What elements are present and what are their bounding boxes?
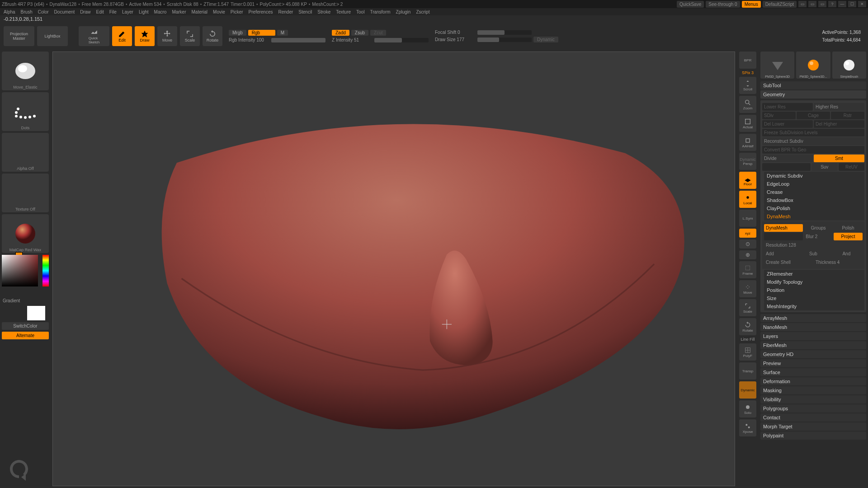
thickness-slider[interactable]: Thickness 4 bbox=[814, 258, 863, 266]
menu-material[interactable]: Material bbox=[190, 9, 210, 14]
alpha-thumb[interactable]: Alpha Off bbox=[2, 133, 49, 172]
convert-bpr-button[interactable]: Convert BPR To Geo bbox=[762, 146, 864, 154]
draw-button[interactable]: Draw bbox=[135, 26, 155, 46]
masking-section[interactable]: Masking bbox=[760, 386, 866, 394]
higher-res-button[interactable]: Higher Res bbox=[814, 103, 864, 111]
dynamesh-button[interactable]: DynaMesh bbox=[764, 224, 803, 232]
projection-master-button[interactable]: Projection Master bbox=[4, 26, 34, 46]
aahalf-button[interactable]: AAHalf bbox=[739, 134, 756, 151]
material-thumb[interactable]: MatCap Red Wax bbox=[2, 214, 49, 253]
zremesher-section[interactable]: ZRemesher bbox=[764, 270, 864, 278]
floor-button[interactable]: Floor bbox=[739, 172, 756, 189]
texture-thumb[interactable]: Texture Off bbox=[2, 174, 49, 212]
polyf-button[interactable]: PolyF bbox=[739, 343, 756, 361]
maximize-icon[interactable]: ☐ bbox=[848, 1, 856, 7]
resolution-slider[interactable]: Resolution 128 bbox=[764, 241, 863, 249]
local-button[interactable]: Local bbox=[739, 191, 756, 208]
stroke-thumb[interactable]: Dots bbox=[2, 92, 49, 131]
seethrough-slider[interactable]: See-through 0 bbox=[706, 1, 740, 8]
rstr-button[interactable]: Rstr bbox=[831, 112, 864, 119]
xpose-button[interactable]: Xpose bbox=[739, 419, 756, 436]
quicksketch-button[interactable]: Quick Sketch bbox=[79, 26, 109, 46]
lsym-button[interactable]: L.Sym bbox=[739, 210, 756, 227]
sub-button[interactable]: Sub bbox=[797, 250, 829, 258]
contact-section[interactable]: Contact bbox=[760, 413, 866, 422]
menu-brush[interactable]: Brush bbox=[19, 9, 34, 14]
menu-texture[interactable]: Texture bbox=[334, 9, 353, 14]
zadd-button[interactable]: Zadd bbox=[332, 30, 349, 36]
menu-layer[interactable]: Layer bbox=[120, 9, 135, 14]
menu-zscript[interactable]: Zscript bbox=[414, 9, 431, 14]
quicksave-button[interactable]: QuickSave bbox=[677, 1, 704, 8]
zcut-button[interactable]: Zcut bbox=[370, 30, 386, 36]
menu-alpha[interactable]: Alpha bbox=[2, 9, 17, 14]
menu-light[interactable]: Light bbox=[137, 9, 151, 14]
z-intensity-slider[interactable] bbox=[374, 38, 429, 42]
xyz-button[interactable]: xyz bbox=[739, 229, 756, 238]
reconstruct-button[interactable]: Reconstruct Subdiv bbox=[762, 137, 864, 145]
add-button[interactable]: Add bbox=[764, 250, 796, 258]
menu-render[interactable]: Render bbox=[277, 9, 295, 14]
preview-section[interactable]: Preview bbox=[760, 359, 866, 367]
transpose-1[interactable]: ⊙ bbox=[739, 239, 756, 249]
claypolish-section[interactable]: ClayPolish bbox=[764, 204, 864, 212]
zoom-button[interactable]: Zoom bbox=[739, 96, 756, 113]
dynamic-button[interactable]: Dynamic bbox=[533, 37, 558, 42]
m-button[interactable]: M bbox=[277, 30, 288, 36]
zsub-button[interactable]: Zsub bbox=[351, 30, 368, 36]
gradient-label[interactable]: Gradient bbox=[2, 297, 49, 304]
z-intensity-label[interactable]: Z Intensity 51 bbox=[332, 38, 373, 42]
transpose-2[interactable]: ⊕ bbox=[739, 250, 756, 259]
focal-shift-slider[interactable] bbox=[477, 30, 532, 35]
secondary-color-swatch[interactable] bbox=[27, 306, 45, 320]
freeze-subdiv-button[interactable]: Freeze SubDivision Levels bbox=[762, 129, 864, 136]
subtool-section[interactable]: SubTool bbox=[760, 81, 866, 89]
nanomesh-section[interactable]: NanoMesh bbox=[760, 323, 866, 331]
close-icon[interactable]: ✕ bbox=[858, 1, 866, 7]
move-view-button[interactable]: Move bbox=[739, 280, 756, 297]
move-button[interactable]: Move bbox=[157, 26, 177, 46]
geometry-section[interactable]: Geometry bbox=[760, 90, 866, 99]
transp-button[interactable]: Transp bbox=[739, 362, 756, 380]
dynamic-view-button[interactable]: Dynamic bbox=[739, 381, 756, 399]
dynamic-subdiv-section[interactable]: Dynamic Subdiv bbox=[764, 172, 864, 180]
scale-button[interactable]: Scale bbox=[180, 26, 200, 46]
polish-button[interactable]: Polish bbox=[834, 224, 863, 232]
smt-button[interactable]: Smt bbox=[814, 155, 864, 162]
layout-icon-1[interactable]: ▭ bbox=[798, 1, 807, 7]
del-lower-button[interactable]: Del Lower bbox=[762, 120, 813, 128]
menu-stencil[interactable]: Stencil bbox=[297, 9, 314, 14]
switchcolor-button[interactable]: SwitchColor bbox=[2, 322, 49, 330]
surface-section[interactable]: Surface bbox=[760, 368, 866, 376]
rgb-intensity-slider[interactable] bbox=[271, 38, 326, 42]
brush-thumb[interactable]: Move_Elastic bbox=[2, 52, 49, 90]
spix-label[interactable]: SPix 3 bbox=[742, 70, 754, 75]
bpr-button[interactable]: BPR bbox=[739, 52, 756, 69]
reuv-button[interactable]: ReUV bbox=[839, 163, 865, 171]
create-shell-button[interactable]: Create Shell bbox=[764, 258, 813, 266]
and-button[interactable]: And bbox=[830, 250, 863, 258]
tool-thumb-2[interactable]: PM3D_Sphere3D... bbox=[796, 52, 830, 79]
menu-zplugin[interactable]: Zplugin bbox=[394, 9, 413, 14]
position-section[interactable]: Position bbox=[764, 286, 864, 294]
tool-thumb-brush[interactable]: SimpleBrush bbox=[832, 52, 866, 79]
layout-icon-3[interactable]: ▭ bbox=[818, 1, 826, 7]
layers-section[interactable]: Layers bbox=[760, 332, 866, 340]
menu-transform[interactable]: Transform bbox=[368, 9, 392, 14]
color-picker[interactable] bbox=[2, 255, 49, 296]
lower-res-button[interactable]: Lower Res bbox=[762, 103, 813, 111]
groups-button[interactable]: Groups bbox=[804, 224, 833, 232]
viewport-canvas[interactable] bbox=[52, 52, 735, 486]
sdiv-slider[interactable]: SDiv bbox=[762, 112, 796, 119]
menu-stroke[interactable]: Stroke bbox=[316, 9, 332, 14]
size-section[interactable]: Size bbox=[764, 294, 864, 302]
menu-preferences[interactable]: Preferences bbox=[247, 9, 275, 14]
focal-shift-label[interactable]: Focal Shift 0 bbox=[435, 30, 476, 35]
menu-picker[interactable]: Picker bbox=[229, 9, 245, 14]
menu-edit[interactable]: Edit bbox=[94, 9, 106, 14]
mrgb-button[interactable]: Mrgb bbox=[229, 30, 246, 36]
actual-button[interactable]: Actual bbox=[739, 115, 756, 132]
persp-button[interactable]: DynamicPersp bbox=[739, 153, 756, 170]
scroll-button[interactable]: Scroll bbox=[739, 77, 756, 94]
menu-macro[interactable]: Macro bbox=[152, 9, 169, 14]
